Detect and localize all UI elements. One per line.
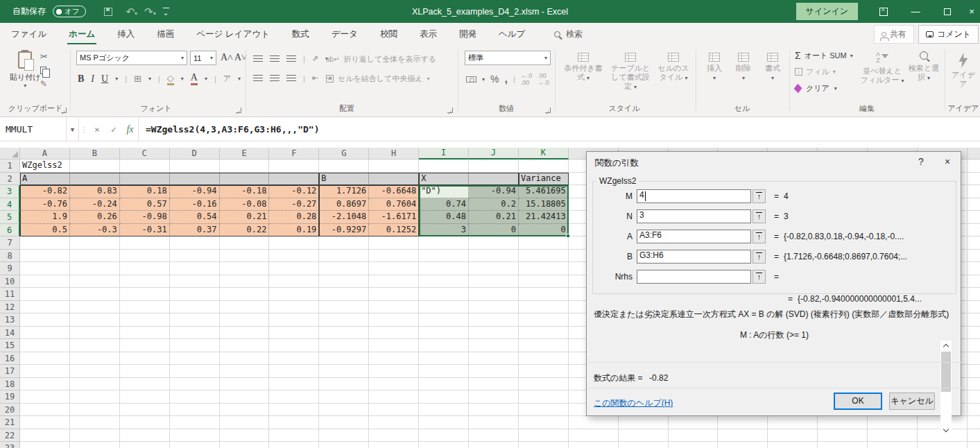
cell-K3[interactable]: 5.461695: [519, 185, 569, 198]
cell-C18[interactable]: [120, 378, 170, 391]
cell-G12[interactable]: [319, 301, 369, 314]
cell-G20[interactable]: [319, 404, 369, 417]
cell-A11[interactable]: [20, 288, 70, 301]
cell-D18[interactable]: [170, 378, 220, 391]
close-button[interactable]: ×: [963, 0, 980, 23]
cell-H7[interactable]: [369, 236, 419, 250]
percent-style-icon[interactable]: %: [490, 74, 499, 85]
cell-J8[interactable]: [469, 250, 519, 263]
cell-H22[interactable]: [369, 429, 419, 442]
format-cells-button[interactable]: 書式▾: [760, 53, 785, 83]
italic-button[interactable]: I: [91, 74, 94, 85]
cell-H23[interactable]: [369, 442, 419, 448]
bold-button[interactable]: B: [78, 74, 84, 85]
cell-H20[interactable]: [369, 404, 419, 417]
cell-E21[interactable]: [220, 416, 270, 429]
column-header-D[interactable]: D: [170, 148, 220, 160]
cell-A16[interactable]: [20, 352, 70, 365]
cell-F2[interactable]: [269, 173, 319, 186]
cell-blank[interactable]: [968, 404, 980, 417]
cell-A19[interactable]: [20, 390, 70, 404]
row-header-14[interactable]: 14: [0, 327, 20, 340]
dialog-help-button[interactable]: ?: [911, 155, 931, 169]
cell-J20[interactable]: [469, 404, 519, 417]
cell-C20[interactable]: [120, 404, 170, 417]
tab-help[interactable]: ヘルプ: [488, 23, 536, 46]
cell-J18[interactable]: [469, 378, 519, 391]
row-header-1[interactable]: 1: [0, 160, 20, 173]
cell-G9[interactable]: [319, 262, 369, 275]
cell-C3[interactable]: 0.18: [120, 185, 170, 198]
cell-F10[interactable]: [269, 275, 319, 288]
search-box[interactable]: 検索: [554, 28, 583, 40]
cell-G23[interactable]: [319, 442, 369, 448]
cell-G3[interactable]: 1.7126: [319, 185, 369, 198]
cell-D19[interactable]: [170, 390, 220, 404]
collapse-dialog-icon[interactable]: ↑: [753, 189, 766, 203]
cell-I2[interactable]: X: [419, 173, 469, 186]
cell-C1[interactable]: [120, 160, 170, 173]
number-format-combo[interactable]: 標準▾: [465, 51, 551, 65]
cell-E5[interactable]: 0.21: [220, 211, 270, 224]
collapse-dialog-icon[interactable]: ↑: [753, 209, 766, 223]
format-painter-icon[interactable]: ✎: [40, 79, 47, 89]
row-header-3[interactable]: 3: [0, 185, 20, 198]
cell-J3[interactable]: -0.94: [469, 185, 519, 198]
cell-J22[interactable]: [469, 429, 519, 442]
cell-D3[interactable]: -0.94: [170, 185, 220, 198]
row-header-18[interactable]: 18: [0, 378, 20, 391]
cell-A6[interactable]: 0.5: [20, 224, 70, 237]
cell-G21[interactable]: [319, 416, 369, 429]
cell-H14[interactable]: [369, 327, 419, 340]
cell-C8[interactable]: [120, 250, 170, 263]
cell-I13[interactable]: [419, 313, 469, 327]
cell-A23[interactable]: [20, 442, 70, 448]
cell-C22[interactable]: [120, 429, 170, 442]
format-as-table-button[interactable]: テーブルとして書式設定 ▾: [608, 53, 653, 92]
cell-F6[interactable]: 0.19: [269, 224, 319, 237]
cell-D7[interactable]: [170, 236, 220, 250]
cell-B15[interactable]: [70, 339, 120, 352]
cell-D9[interactable]: [170, 262, 220, 275]
cell-blank[interactable]: [968, 416, 980, 429]
cell-E18[interactable]: [220, 378, 270, 391]
autosum-button[interactable]: Σ オート SUM ▾: [795, 50, 853, 61]
cell-H6[interactable]: 0.1252: [369, 224, 419, 237]
cell-H2[interactable]: [369, 173, 419, 186]
row-header-19[interactable]: 19: [0, 390, 20, 404]
cell-B10[interactable]: [70, 275, 120, 288]
cell-blank[interactable]: [718, 429, 768, 442]
cell-J10[interactable]: [469, 275, 519, 288]
cell-E7[interactable]: [220, 236, 270, 250]
cell-B5[interactable]: 0.26: [70, 211, 120, 224]
align-left-icon[interactable]: [253, 75, 263, 81]
cell-F19[interactable]: [269, 390, 319, 404]
row-header-4[interactable]: 4: [0, 198, 20, 212]
cell-E16[interactable]: [220, 352, 270, 365]
customize-quick-access-icon[interactable]: ⌄: [163, 7, 169, 17]
tab-page-layout[interactable]: ページ レイアウト: [185, 23, 281, 46]
cell-I23[interactable]: [419, 442, 469, 448]
cell-blank[interactable]: [968, 327, 980, 340]
cell-blank[interactable]: [968, 250, 980, 263]
cell-A9[interactable]: [20, 262, 70, 275]
cell-A15[interactable]: [20, 339, 70, 352]
cell-E22[interactable]: [220, 429, 270, 442]
collapse-dialog-icon[interactable]: ↑: [753, 250, 766, 264]
accounting-format-icon[interactable]: [466, 76, 476, 83]
cell-B20[interactable]: [70, 404, 120, 417]
name-box[interactable]: MMULT: [0, 118, 67, 141]
cell-C17[interactable]: [120, 365, 170, 378]
cell-blank[interactable]: [918, 442, 968, 448]
column-header-A[interactable]: A: [20, 148, 70, 160]
cell-blank[interactable]: [968, 185, 980, 198]
cell-G5[interactable]: -2.1048: [319, 211, 369, 224]
cell-E13[interactable]: [220, 313, 270, 327]
row-header-21[interactable]: 21: [0, 416, 20, 429]
cell-I1[interactable]: [419, 160, 469, 173]
cell-D6[interactable]: 0.37: [170, 224, 220, 237]
cell-blank[interactable]: [968, 236, 980, 250]
cell-E8[interactable]: [220, 250, 270, 263]
cell-A2[interactable]: A: [20, 173, 70, 186]
cell-H21[interactable]: [369, 416, 419, 429]
